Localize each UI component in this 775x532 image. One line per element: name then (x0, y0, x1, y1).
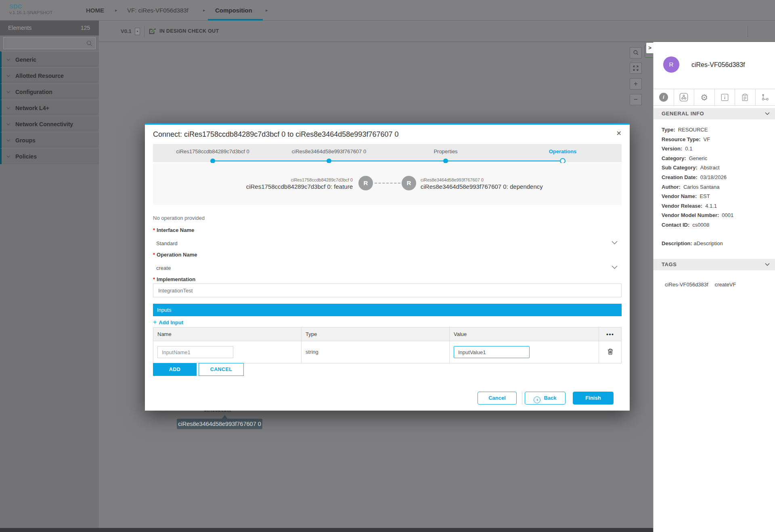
from-node-name: ciRes1758ccdb84289c7d3bcf 0 (291, 177, 353, 182)
chevron-down-icon (6, 58, 10, 61)
app-version: v.1.16.1-SNAPSHOT (9, 10, 52, 15)
sidebar-item-label: Network Connectivity (15, 121, 73, 127)
canvas-zoom-out-button[interactable]: − (630, 94, 642, 105)
from-requirement-label: ciRes1758ccdb84289c7d3bcf 0: feature (246, 183, 353, 190)
breadcrumb-home[interactable]: HOME (86, 0, 104, 21)
version-selector-value[interactable]: V0.1 (121, 21, 132, 42)
close-icon[interactable]: ✕ (616, 129, 622, 137)
version-spinner[interactable]: ▼ (135, 28, 140, 35)
field-contact-id: Contact ID:cs0008 (662, 220, 771, 230)
resource-detail-panel: R ciRes-VF056d383f i ⚙ GENERAL INFO Type… (653, 42, 775, 532)
wizard-step-to[interactable]: ciRes8e3464d58e993f767607 0 (292, 148, 366, 154)
chevron-down-icon[interactable] (612, 241, 618, 244)
wizard-step-operations[interactable]: Operations (549, 148, 577, 154)
app-title: SDC (9, 3, 52, 10)
to-node-avatar: R (402, 176, 416, 190)
tab-composition[interactable] (674, 89, 695, 105)
chevron-down-icon (6, 107, 10, 109)
field-resource-type: Resource Type:VF (662, 135, 771, 144)
lifecycle-status: IN DESIGN CHECK OUT (159, 21, 219, 42)
delete-row-icon[interactable] (607, 348, 613, 355)
tags-section-header[interactable]: TAGS (654, 259, 775, 270)
palette-search-input[interactable] (3, 37, 96, 49)
canvas-fit-screen-button[interactable] (630, 63, 642, 74)
from-node-avatar: R (358, 176, 373, 190)
add-input-link[interactable]: +Add Input (153, 319, 183, 326)
cell-value (450, 341, 599, 363)
canvas-search-button[interactable] (630, 47, 642, 58)
tab-deployment-artifacts[interactable] (735, 89, 756, 105)
field-vendor-model-number: Vendor Model Number:0001 (662, 211, 771, 220)
tab-composition[interactable]: Composition (215, 0, 252, 21)
sidebar-item-label: Configuration (15, 89, 52, 95)
sidebar-item-network-l4[interactable]: Network L4+ (0, 100, 99, 116)
implementation-input[interactable] (153, 284, 622, 297)
sidebar-item-allotted-resource[interactable]: Allotted Resource (0, 67, 99, 83)
breadcrumb-arrow-icon: ▸ (115, 0, 117, 21)
field-author: Author:Carlos Santana (662, 182, 771, 192)
sdc-logo: SDC v.1.16.1-SNAPSHOT (9, 3, 52, 15)
sidebar-item-groups[interactable]: Groups (0, 132, 99, 148)
cell-name (153, 341, 302, 363)
table-cancel-button[interactable]: CANCEL (199, 363, 244, 376)
interface-name-label: *Interface Name (153, 227, 194, 233)
panel-collapse-button[interactable]: > (646, 43, 654, 53)
relationship-connector (375, 183, 400, 184)
finish-button[interactable]: Finish (573, 392, 614, 405)
palette-count-badge: 125 (81, 21, 90, 35)
tab-information-artifacts[interactable] (715, 89, 735, 105)
add-button[interactable]: ADD (153, 363, 197, 376)
canvas-node-tooltip: ciRes8e3464d58e993f767607 0 (177, 419, 262, 429)
breadcrumb-vf[interactable]: VF: ciRes-VF056d383f (127, 0, 189, 21)
cancel-button[interactable]: Cancel (478, 392, 517, 405)
operation-name-select[interactable]: create (156, 265, 171, 271)
tab-requirements-capabilities[interactable] (756, 89, 775, 105)
wizard-step-properties[interactable]: Properties (434, 148, 457, 154)
sidebar-item-label: Groups (15, 137, 36, 144)
checkout-pencil-icon (149, 28, 156, 35)
tab-properties[interactable]: ⚙ (694, 89, 715, 105)
back-button[interactable]: ‹Back (525, 392, 566, 405)
general-info-section-header[interactable]: GENERAL INFO (654, 108, 775, 119)
tags-list: ciRes-VF056d383f createVF (665, 282, 736, 288)
to-node-name: ciRes8e3464d58e993f767607 0 (421, 177, 484, 182)
field-creation-date: Creation Date:03/18/2026 (662, 173, 771, 182)
required-marker: * (153, 276, 155, 282)
sidebar-item-policies[interactable]: Policies (0, 148, 99, 164)
sidebar-item-label: Network L4+ (15, 105, 49, 111)
panel-tab-bar: i ⚙ (654, 89, 775, 106)
field-vendor-name: Vendor Name:EST (662, 192, 771, 201)
input-value-field[interactable] (454, 346, 530, 358)
chevron-down-icon[interactable] (612, 265, 618, 269)
breadcrumb-arrow-icon: ▸ (266, 0, 268, 21)
sdc-application: SDC v.1.16.1-SNAPSHOT HOME ▸ VF: ciRes-V… (0, 0, 775, 532)
column-header-value: Value (450, 328, 599, 341)
sidebar-item-configuration[interactable]: Configuration (0, 83, 99, 100)
active-tab-underline (208, 19, 263, 21)
field-vendor-release: Vendor Release:4.1.1 (662, 201, 771, 211)
field-description: Description: aDescription (662, 240, 723, 246)
field-version: Version:0.1 (662, 144, 771, 154)
table-row: string (153, 341, 621, 363)
inputs-section-header: Inputs (153, 304, 622, 316)
composition-icon (679, 93, 688, 102)
tag-item: ciRes-VF056d383f (665, 282, 708, 288)
inputs-table: Name Type Value ●●● string (153, 327, 622, 363)
inputs-table-header: Name Type Value ●●● (153, 328, 621, 341)
field-category: Category:Generic (662, 154, 771, 163)
relationship-preview: ciRes1758ccdb84289c7d3bcf 0 ciRes1758ccd… (153, 163, 622, 205)
tab-general-info[interactable]: i (654, 89, 674, 105)
canvas-zoom-in-button[interactable]: + (630, 78, 642, 90)
sidebar-item-label: Policies (15, 153, 37, 160)
field-sub-category: Sub Category:Abstract (662, 163, 771, 173)
info-square-icon (721, 94, 729, 101)
input-name-field[interactable] (157, 346, 233, 358)
wizard-step-from[interactable]: ciRes1758ccdb84289c7d3bcf 0 (176, 148, 249, 154)
interface-name-select[interactable]: Standard (156, 240, 178, 246)
chevron-down-icon (765, 263, 770, 266)
sidebar-item-network-connectivity[interactable]: Network Connectivity (0, 116, 99, 132)
sidebar-item-generic[interactable]: Generic (0, 51, 99, 67)
column-header-actions: ●●● (599, 328, 621, 341)
implementation-label: *Implementation (153, 276, 195, 282)
chevron-down-icon (6, 155, 10, 158)
